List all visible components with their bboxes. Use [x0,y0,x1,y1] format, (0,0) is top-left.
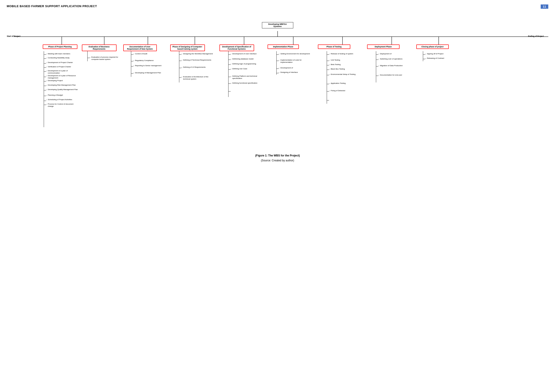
phase9-item1: Signing off of Project [425,53,458,55]
phase3-item3: Reporting to Senior management [133,64,165,67]
page-number: 11 [541,5,548,9]
phase3-item2: Regulatory Compliance [133,59,165,62]
phase7-item1: Release of testing of system [329,53,362,55]
phase5-item5: Defining Platform and technical specific… [231,75,264,80]
phase4-item4: Evaluation of Architecture of the techni… [182,76,215,80]
page-header: MOBILE BASED FARMER SUPPORT APPLICATION … [7,5,548,9]
phase1-item9: Developing Quality Management Plan [46,88,79,91]
phase5-header: Development of Specification of Function… [219,44,254,51]
phase8-item1: Deployment of [378,53,411,55]
figure-caption: (Figure 1: The WBS for the Project) (Sou… [7,154,548,162]
phase9-header: Closing phase of project [416,44,449,49]
phase5-item4: Defining Use Case [231,68,264,70]
phase1-item8: Developing Risk Management Plan [46,84,79,86]
phase7-item5: Environmental Setup of Testing [329,73,362,76]
phase5-item2: Definining database model [231,58,264,60]
phase1-item11: Scheduling of Project Activities [46,99,79,101]
phase7-item3: Beta Testing [329,64,362,66]
phase3-item1: Control of Audit [133,53,165,55]
phase9-item2: Releasing of Contract [425,57,458,59]
start-label: Start of Project [7,35,21,37]
phase1-item12: Process for Control of document change [46,103,79,108]
page: MOBILE BASED FARMER SUPPORT APPLICATION … [0,0,555,392]
phase5-item1: Development of User Interface [231,53,264,55]
wbs-diagram: Developing MBFSASystems Start of Project… [7,18,548,141]
phase1-item1: Meeting with team members [46,53,79,55]
figure-source: (Source: Created by author) [7,159,548,162]
phase4-header: Phase of Designing of Computer-based tra… [170,44,205,51]
phase1-item7: Developing Project [46,79,79,82]
phase8-header: Deployment Phase [367,44,400,49]
phase1-item5: Development of a plan of communication [46,70,79,74]
phase8-item2: Switching over of operations [378,58,411,60]
phase5-item6: Defining functional specification [231,82,264,84]
phase7-header: Phase of Testing [318,44,350,49]
phase3-header: Documentation of User Requirement of New… [123,44,157,51]
phase8-item3: Migration of Data Production [378,64,411,67]
phase6-item4: Designing of Interface [279,71,311,73]
phase4-item2: Defining of Technical Requirements [182,59,215,61]
phase7-item6: Application Testing [329,82,362,85]
phase3-item4: Developing of Management Plan [133,72,165,74]
doc-title: MOBILE BASED FARMER SUPPORT APPLICATION … [7,5,97,8]
phase1-item10: Planning of Budget [46,94,79,96]
phase5-item3: Defining logic of programming [231,63,264,65]
phase6-item3: Development of [279,67,311,69]
end-label: Ending of Project [528,35,544,37]
phase7-item7: Fixing of Detected [329,90,362,92]
top-node: Developing MBFSASystems [262,22,293,29]
phase1-header: Phase of Project Planning [43,44,77,49]
phase6-item2: Implementation of code for implementatio… [279,59,311,64]
phase4-item1: Designing the Workflow Management [182,53,215,55]
phase1-item4: Verification of Project Charter [46,66,79,68]
phase1-item2: Conducting feasibility study [46,57,79,59]
figure-title: (Figure 1: The WBS for the Project) [7,154,548,157]
connector-lines [7,18,548,141]
phase2-header: Evaluation of Business Requirements [82,44,117,51]
phase7-item4: Black Box Testing [329,68,362,70]
phase6-header: Implementation Phase [268,44,299,49]
phase1-item6: Development of a plan of Resource manage… [46,75,79,79]
phase4-item3: Defining of UI Requirements [182,66,215,68]
phase6-item1: Setting Environment for development [279,53,311,55]
phase7-item2: Unit Testing [329,59,362,61]
phase8-item4: Documentation for end-user [378,74,411,76]
phase2-item1: Evaluation of process required for compu… [90,56,121,61]
phase1-item3: Development of Project Charter [46,61,79,64]
